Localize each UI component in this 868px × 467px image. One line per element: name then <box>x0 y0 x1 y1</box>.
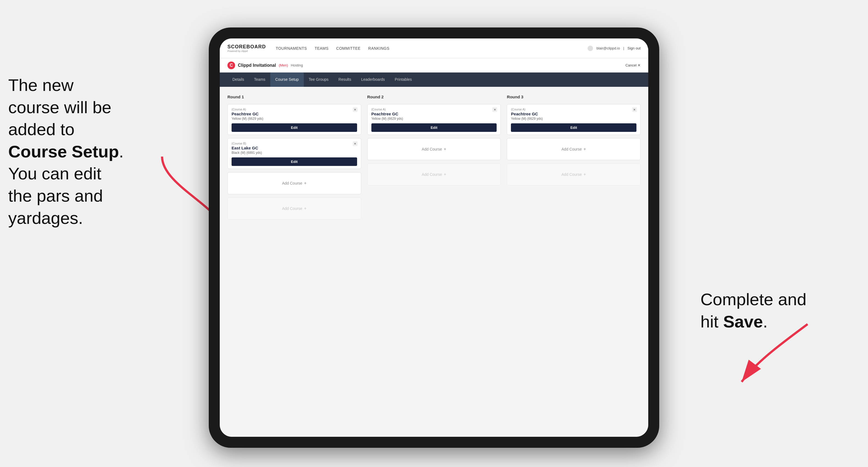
tab-leaderboards[interactable]: Leaderboards <box>356 72 390 87</box>
tab-printables[interactable]: Printables <box>390 72 417 87</box>
round-1-course-a-tee: Yellow (M) (6629 yds) <box>231 117 357 121</box>
round-2-course-a-card: ✕ (Course A) Peachtree GC Yellow (M) (66… <box>367 104 501 135</box>
arrow-right-icon <box>736 319 813 387</box>
round-3-header: Round 3 <box>507 94 641 99</box>
round-1-course-a-edit-button[interactable]: Edit <box>231 123 357 132</box>
annotation-line-1: The new <box>8 75 73 94</box>
round-2-course-a-edit-button[interactable]: Edit <box>371 123 497 132</box>
sign-out-link[interactable]: Sign out <box>627 46 641 50</box>
round-2-course-a-delete-button[interactable]: ✕ <box>492 107 497 112</box>
round-2-course-a-name: Peachtree GC <box>371 112 497 116</box>
rounds-grid: Round 1 ✕ (Course A) Peachtree GC Yellow… <box>227 94 641 219</box>
tab-results[interactable]: Results <box>334 72 356 87</box>
user-email: blair@clippd.io <box>596 46 620 50</box>
tab-teams[interactable]: Teams <box>249 72 270 87</box>
brand-subtitle: Powered by clippd <box>227 50 266 53</box>
round-2-course-a-label: (Course A) <box>371 108 497 111</box>
annotation-line-3: added to <box>8 120 74 139</box>
main-content: Round 1 ✕ (Course A) Peachtree GC Yellow… <box>220 87 648 437</box>
round-1-add-course-disabled: Add Course + <box>227 197 361 219</box>
tablet-frame: SCOREBOARD Powered by clippd TOURNAMENTS… <box>209 28 659 448</box>
add-course-disabled-label-r3: Add Course <box>561 172 582 177</box>
nav-links: TOURNAMENTS TEAMS COMMITTEE RANKINGS <box>276 46 390 51</box>
annotation-line-5: You can edit <box>8 164 101 183</box>
add-plus-icon-r1: + <box>304 181 307 186</box>
nav-right: blair@clippd.io | Sign out <box>588 45 641 51</box>
annotation-right-line2-plain: hit <box>701 312 723 331</box>
round-3-add-course-disabled: Add Course + <box>507 163 641 185</box>
round-2-add-course-button[interactable]: Add Course + <box>367 138 501 160</box>
nav-left: SCOREBOARD Powered by clippd TOURNAMENTS… <box>227 44 390 53</box>
add-course-label-r3: Add Course <box>561 147 582 151</box>
nav-link-tournaments[interactable]: TOURNAMENTS <box>276 46 307 51</box>
tournament-gender: (Men) <box>279 63 288 67</box>
nav-separator: | <box>623 46 624 50</box>
tab-tee-groups[interactable]: Tee Groups <box>304 72 334 87</box>
add-plus-disabled-icon-r2: + <box>444 172 446 177</box>
tablet-screen: SCOREBOARD Powered by clippd TOURNAMENTS… <box>220 38 648 437</box>
sub-nav: C Clippd Invitational (Men) Hosting Canc… <box>220 58 648 72</box>
round-3-course-a-label: (Course A) <box>511 108 637 111</box>
round-1-course-b-label: (Course B) <box>231 142 357 145</box>
round-1-course-b-card: ✕ (Course B) East Lake GC Black (M) (689… <box>227 138 361 169</box>
round-3-course-a-edit-button[interactable]: Edit <box>511 123 637 132</box>
cancel-button[interactable]: Cancel ✕ <box>625 63 641 67</box>
round-2-course-a-tee: Yellow (M) (6629 yds) <box>371 117 497 121</box>
add-plus-disabled-icon-r3: + <box>583 172 586 177</box>
round-3-course-a-card: ✕ (Course A) Peachtree GC Yellow (M) (66… <box>507 104 641 135</box>
round-3-column: Round 3 ✕ (Course A) Peachtree GC Yellow… <box>507 94 641 219</box>
round-2-add-course-disabled: Add Course + <box>367 163 501 185</box>
annotation-right-line1: Complete and <box>701 290 806 309</box>
user-avatar-dot <box>588 45 593 51</box>
round-1-course-a-delete-button[interactable]: ✕ <box>353 107 358 112</box>
round-3-course-a-tee: Yellow (M) (6629 yds) <box>511 117 637 121</box>
round-1-course-b-name: East Lake GC <box>231 146 357 150</box>
add-course-disabled-label-r2: Add Course <box>422 172 442 177</box>
brand-title: SCOREBOARD <box>227 44 266 50</box>
round-3-add-course-button[interactable]: Add Course + <box>507 138 641 160</box>
round-2-header: Round 2 <box>367 94 501 99</box>
round-3-course-a-name: Peachtree GC <box>511 112 637 116</box>
add-plus-icon-r3: + <box>583 147 586 152</box>
add-course-disabled-label-r1: Add Course <box>282 206 303 211</box>
annotation-line-2: course will be <box>8 98 112 117</box>
annotation-line-7: yardages. <box>8 209 83 227</box>
nav-link-rankings[interactable]: RANKINGS <box>368 46 390 51</box>
nav-link-teams[interactable]: TEAMS <box>314 46 329 51</box>
round-1-course-a-card: ✕ (Course A) Peachtree GC Yellow (M) (66… <box>227 104 361 135</box>
add-plus-icon-r2: + <box>444 147 446 152</box>
round-1-course-a-label: (Course A) <box>231 108 357 111</box>
tab-course-setup[interactable]: Course Setup <box>270 72 304 87</box>
add-course-label-r2: Add Course <box>422 147 442 151</box>
add-plus-disabled-icon-r1: + <box>304 206 307 211</box>
tab-bar: Details Teams Course Setup Tee Groups Re… <box>220 72 648 87</box>
round-2-column: Round 2 ✕ (Course A) Peachtree GC Yellow… <box>367 94 501 219</box>
add-course-label-r1: Add Course <box>282 181 303 185</box>
annotation-line-6: the pars and <box>8 186 103 205</box>
sub-nav-left: C Clippd Invitational (Men) Hosting <box>227 62 303 69</box>
round-1-course-a-name: Peachtree GC <box>231 112 357 116</box>
round-3-course-a-delete-button[interactable]: ✕ <box>632 107 637 112</box>
round-1-header: Round 1 <box>227 94 361 99</box>
brand-c-logo: C <box>227 62 235 69</box>
annotation-bold-1: Course Setup <box>8 142 119 161</box>
top-nav: SCOREBOARD Powered by clippd TOURNAMENTS… <box>220 38 648 58</box>
hosting-badge: Hosting <box>291 63 303 67</box>
round-1-course-b-delete-button[interactable]: ✕ <box>353 141 358 146</box>
nav-link-committee[interactable]: COMMITTEE <box>336 46 361 51</box>
round-1-column: Round 1 ✕ (Course A) Peachtree GC Yellow… <box>227 94 361 219</box>
brand: SCOREBOARD Powered by clippd <box>227 44 266 53</box>
round-1-course-b-tee: Black (M) (6891 yds) <box>231 151 357 155</box>
tournament-name: Clippd Invitational <box>238 63 276 68</box>
round-1-add-course-button[interactable]: Add Course + <box>227 172 361 194</box>
tab-details[interactable]: Details <box>227 72 249 87</box>
round-1-course-b-edit-button[interactable]: Edit <box>231 157 357 166</box>
